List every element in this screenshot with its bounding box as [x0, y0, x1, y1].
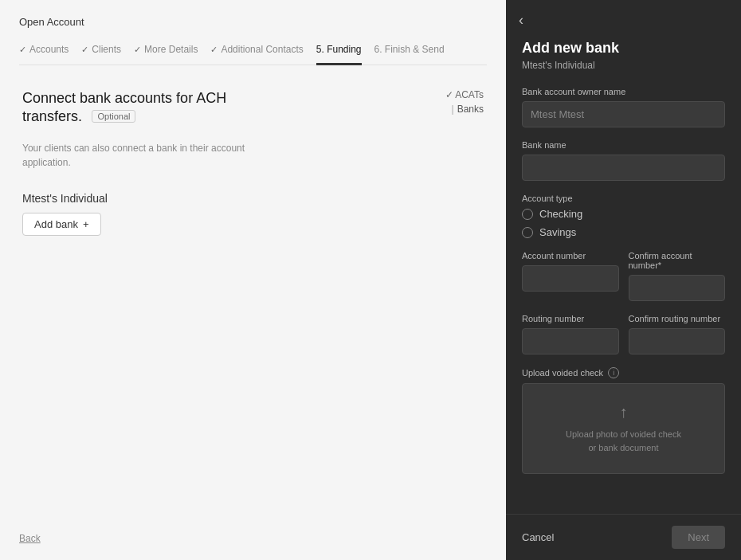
bank-name-group: Bank name — [522, 140, 725, 181]
checking-label: Checking — [539, 208, 582, 220]
upload-section: Upload voided check i ↑ Upload photo of … — [522, 367, 725, 474]
breadcrumb-more-details[interactable]: ✓ More Details — [134, 44, 198, 55]
routing-number-input[interactable] — [522, 328, 619, 354]
bank-name-input[interactable] — [522, 155, 725, 181]
radio-savings[interactable]: Savings — [522, 226, 725, 238]
cancel-button[interactable]: Cancel — [522, 531, 554, 543]
breadcrumb-clients[interactable]: ✓ Clients — [81, 44, 121, 55]
breadcrumb-funding[interactable]: 5. Funding — [316, 44, 362, 55]
panel-content: Add new bank Mtest's Individual Bank acc… — [506, 0, 741, 514]
panel-subtitle: Mtest's Individual — [522, 60, 725, 71]
account-number-group: Account number — [522, 251, 619, 301]
account-number-label: Account number — [522, 251, 619, 260]
breadcrumb-finish-send[interactable]: 6. Finish & Send — [374, 44, 445, 55]
optional-badge: Optional — [92, 110, 135, 123]
account-number-input[interactable] — [522, 265, 619, 292]
check-icon: ✓ — [19, 45, 26, 55]
confirm-account-label: Confirm account number* — [629, 251, 726, 270]
breadcrumb-funding-wrapper: 5. Funding — [316, 44, 362, 55]
banks-link[interactable]: Banks — [452, 104, 484, 115]
confirm-account-group: Confirm account number* — [629, 251, 726, 301]
account-type-label: Account type — [522, 194, 725, 203]
upload-label-text: Upload voided check — [522, 368, 603, 378]
routing-number-label: Routing number — [522, 314, 619, 323]
upload-arrow-icon: ↑ — [620, 403, 628, 421]
client-section: Mtest's Individual Add bank + — [22, 192, 484, 236]
radio-checking[interactable]: Checking — [522, 208, 725, 220]
info-icon[interactable]: i — [608, 367, 619, 378]
owner-name-label: Bank account owner name — [522, 87, 725, 96]
back-link[interactable]: Back — [19, 533, 41, 544]
radio-circle-savings — [522, 227, 533, 238]
upload-text: Upload photo of voided check or bank doc… — [566, 428, 681, 454]
add-bank-button[interactable]: Add bank + — [22, 213, 101, 236]
owner-name-group: Bank account owner name — [522, 87, 725, 127]
check-icon: ✓ — [134, 45, 141, 55]
account-number-row: Account number Confirm account number* — [522, 251, 725, 314]
confirm-routing-group: Confirm routing number — [629, 314, 726, 354]
breadcrumb-additional-contacts[interactable]: ✓ Additional Contacts — [210, 44, 303, 55]
page-heading-line2: transfers. — [22, 108, 82, 124]
routing-number-group: Routing number — [522, 314, 619, 354]
radio-circle-checking — [522, 209, 533, 220]
owner-name-input[interactable] — [522, 101, 725, 127]
check-icon: ✓ — [81, 45, 88, 55]
active-underline — [316, 63, 362, 65]
confirm-account-input[interactable] — [629, 275, 726, 301]
check-icon: ✓ — [210, 45, 218, 55]
upload-area[interactable]: ↑ Upload photo of voided check or bank d… — [522, 383, 725, 474]
main-content: Connect bank accounts for ACH transfers.… — [19, 89, 487, 236]
sub-text: Your clients can also connect a bank in … — [22, 141, 277, 170]
add-bank-label: Add bank — [34, 218, 78, 230]
account-type-radio-group: Checking Savings — [522, 208, 725, 238]
panel-back-button[interactable]: ‹ — [519, 13, 523, 27]
panel-title: Add new bank — [522, 40, 725, 57]
bank-name-label: Bank name — [522, 140, 725, 150]
client-name: Mtest's Individual — [22, 192, 484, 205]
account-type-group: Account type Checking Savings — [522, 194, 725, 238]
acats-link[interactable]: ✓ ACATs — [445, 89, 484, 100]
confirm-routing-input[interactable] — [629, 328, 726, 354]
heading-area: Connect bank accounts for ACH transfers.… — [22, 89, 226, 127]
breadcrumb: ✓ Accounts ✓ Clients ✓ More Details ✓ Ad… — [19, 44, 487, 65]
left-panel: Open Account ✓ Accounts ✓ Clients ✓ More… — [0, 0, 506, 560]
panel-footer: Cancel Next — [506, 514, 741, 560]
confirm-routing-label: Confirm routing number — [629, 314, 726, 323]
upload-label-row: Upload voided check i — [522, 367, 725, 378]
breadcrumb-accounts[interactable]: ✓ Accounts — [19, 44, 69, 55]
right-panel: ‹ Add new bank Mtest's Individual Bank a… — [506, 0, 741, 560]
heading-row: Connect bank accounts for ACH transfers.… — [22, 89, 484, 135]
acats-banks-area: ✓ ACATs Banks — [445, 89, 484, 115]
routing-number-row: Routing number Confirm routing number — [522, 314, 725, 367]
savings-label: Savings — [539, 226, 576, 238]
plus-icon: + — [83, 218, 89, 230]
next-button[interactable]: Next — [672, 526, 725, 549]
page-heading-line1: Connect bank accounts for ACH — [22, 90, 226, 106]
app-title: Open Account — [19, 16, 487, 28]
